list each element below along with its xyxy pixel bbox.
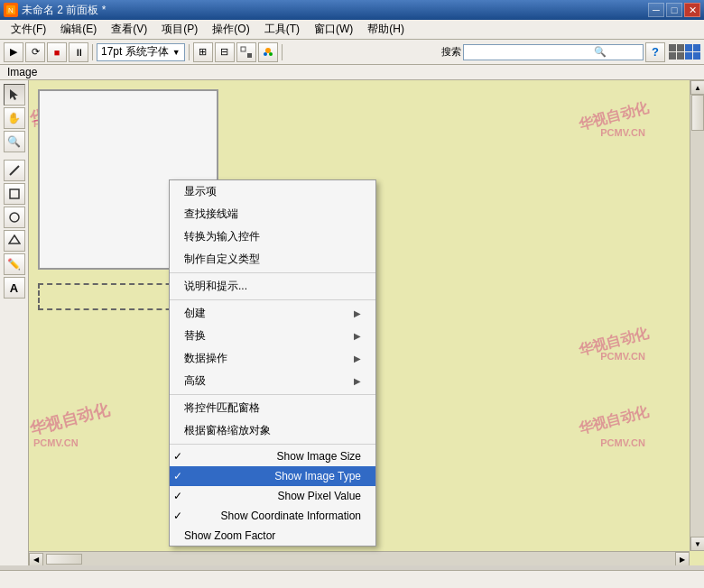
ctx-sep-1	[170, 272, 375, 273]
svg-point-4	[265, 48, 271, 53]
toolbar-sep-3	[282, 44, 283, 60]
tool-line[interactable]	[4, 160, 25, 181]
ctx-show-items[interactable]: 显示项	[170, 180, 375, 203]
toolbar-sep-2	[189, 44, 190, 60]
distribute-button[interactable]: ⊟	[215, 42, 235, 62]
menu-operate[interactable]: 操作(O)	[205, 20, 256, 39]
tool-pen[interactable]: ✏️	[4, 253, 25, 275]
ctx-show-pixel-value[interactable]: Show Pixel Value	[170, 486, 375, 506]
scroll-thumb-h[interactable]	[46, 554, 82, 565]
menu-help[interactable]: 帮助(H)	[360, 20, 412, 39]
maximize-button[interactable]: □	[666, 3, 682, 17]
svg-rect-9	[10, 189, 19, 198]
search-label: 搜索	[441, 45, 461, 59]
menu-bar: 文件(F) 编辑(E) 查看(V) 项目(P) 操作(O) 工具(T) 窗口(W…	[0, 20, 704, 40]
search-input[interactable]	[468, 47, 594, 58]
ctx-replace[interactable]: 替换▶	[170, 325, 375, 347]
scroll-right-button[interactable]: ▶	[675, 552, 690, 565]
image-label-text: Image	[7, 66, 37, 78]
close-button[interactable]: ✕	[684, 3, 700, 17]
tool-rect[interactable]	[4, 183, 25, 205]
toolbar: ▶ ⟳ ■ ⏸ 17pt 系统字体 ▼ ⊞ ⊟ 搜索 🔍 ?	[0, 40, 704, 65]
scrollbar-vertical[interactable]: ▲ ▼	[690, 80, 704, 551]
svg-rect-2	[241, 47, 245, 51]
menu-tools[interactable]: 工具(T)	[257, 20, 307, 39]
menu-edit[interactable]: 编辑(E)	[53, 20, 104, 39]
scroll-thumb-v[interactable]	[691, 95, 704, 131]
search-input-wrap: 🔍	[463, 44, 644, 60]
svg-point-6	[269, 52, 273, 56]
pause-button[interactable]: ⏸	[69, 42, 88, 62]
window-title: 未命名 2 前面板 *	[22, 3, 106, 18]
abort-button[interactable]: ■	[47, 42, 67, 62]
svg-marker-11	[9, 235, 20, 243]
ctx-sep-3	[170, 394, 375, 395]
ctx-show-coordinate[interactable]: Show Coordinate Information	[170, 506, 375, 526]
scroll-up-button[interactable]: ▲	[690, 80, 704, 95]
tool-text[interactable]: A	[4, 277, 25, 299]
menu-project[interactable]: 项目(P)	[154, 20, 205, 39]
run-button[interactable]: ▶	[4, 42, 23, 62]
scroll-down-button[interactable]: ▼	[690, 537, 704, 551]
tool-zoom[interactable]: 🔍	[4, 131, 25, 152]
ctx-show-zoom[interactable]: Show Zoom Factor	[170, 526, 375, 546]
context-menu: 显示项 查找接线端 转换为输入控件 制作自定义类型 说明和提示... 创建▶ 替…	[169, 179, 376, 547]
main-area: ✋ 🔍 ✏️ A 华视自动化 PCMV.CN 动化 华视自动化 PCMV.CN …	[0, 80, 704, 565]
menu-window[interactable]: 窗口(W)	[307, 20, 360, 39]
font-value: 17pt 系统字体	[101, 44, 169, 60]
font-selector[interactable]: 17pt 系统字体 ▼	[97, 43, 185, 61]
run-continuous-button[interactable]: ⟳	[25, 42, 45, 62]
search-icon[interactable]: 🔍	[594, 46, 607, 58]
ctx-show-image-size[interactable]: Show Image Size	[170, 446, 375, 466]
ctx-sep-2	[170, 299, 375, 300]
ctx-scale-object[interactable]: 根据窗格缩放对象	[170, 419, 375, 442]
ctx-create[interactable]: 创建▶	[170, 302, 375, 325]
menu-file[interactable]: 文件(F)	[4, 20, 53, 39]
scrollbar-horizontal[interactable]: ◀ ▶	[29, 551, 690, 565]
svg-rect-3	[247, 53, 252, 58]
help-button[interactable]: ?	[645, 42, 665, 62]
svg-point-5	[264, 52, 267, 56]
tool-oval[interactable]	[4, 207, 25, 228]
image-label-tab: Image	[0, 65, 704, 80]
status-bar	[0, 570, 704, 588]
title-bar-left: N 未命名 2 前面板 *	[4, 3, 106, 18]
title-bar: N 未命名 2 前面板 * ─ □ ✕	[0, 0, 704, 20]
color-button[interactable]	[258, 42, 278, 62]
ctx-make-custom[interactable]: 制作自定义类型	[170, 248, 375, 271]
tool-polygon[interactable]	[4, 230, 25, 252]
ctx-convert-input[interactable]: 转换为输入控件	[170, 225, 375, 248]
svg-marker-7	[10, 89, 18, 100]
menu-view[interactable]: 查看(V)	[104, 20, 154, 39]
svg-point-10	[10, 213, 19, 222]
toolbar-sep-1	[92, 44, 93, 60]
align-left-button[interactable]: ⊞	[193, 42, 213, 62]
view-grid-button[interactable]	[669, 44, 700, 60]
ctx-show-image-type[interactable]: Show Image Type	[170, 466, 375, 486]
app-icon: N	[4, 3, 18, 17]
toolbox: ✋ 🔍 ✏️ A	[0, 80, 29, 565]
ctx-description[interactable]: 说明和提示...	[170, 275, 375, 298]
window-controls: ─ □ ✕	[648, 3, 700, 17]
ctx-data-ops[interactable]: 数据操作▶	[170, 347, 375, 370]
ctx-sep-4	[170, 444, 375, 445]
scroll-left-button[interactable]: ◀	[29, 553, 43, 566]
svg-line-8	[10, 166, 19, 175]
resize-button[interactable]	[236, 42, 256, 62]
ctx-fit-pane[interactable]: 将控件匹配窗格	[170, 397, 375, 419]
tool-separator-1	[4, 154, 25, 158]
minimize-button[interactable]: ─	[648, 3, 664, 17]
ctx-find-terminal[interactable]: 查找接线端	[170, 203, 375, 225]
tool-pointer[interactable]	[4, 84, 25, 106]
svg-text:N: N	[8, 6, 14, 14]
ctx-advanced[interactable]: 高级▶	[170, 370, 375, 392]
canvas-area: 华视自动化 PCMV.CN 动化 华视自动化 PCMV.CN 华视自动化 PCM…	[29, 80, 704, 565]
tool-hand[interactable]: ✋	[4, 107, 25, 129]
